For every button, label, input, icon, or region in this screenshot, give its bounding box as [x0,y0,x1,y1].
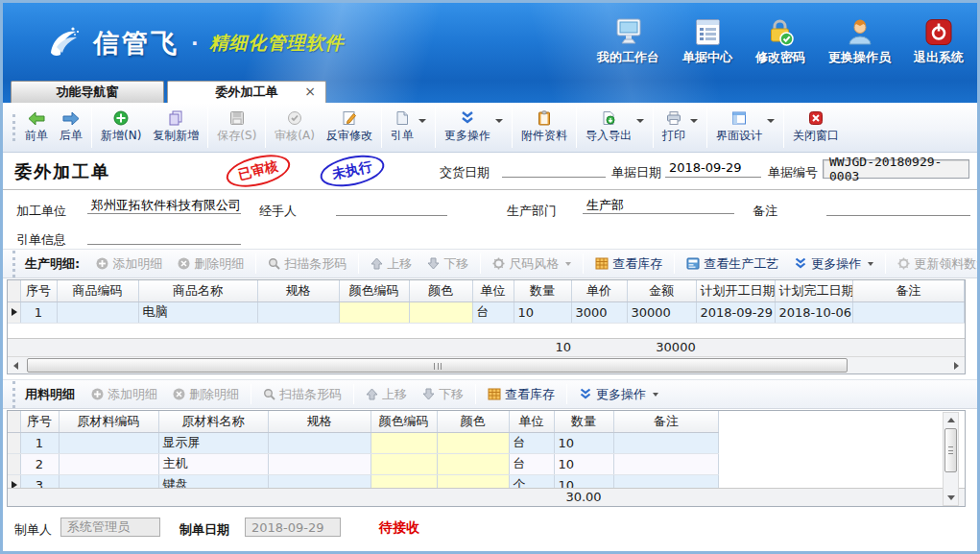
cell-seq[interactable]: 2 [20,453,59,474]
table-row[interactable]: 1 电脑 台 10 3000 30000 2018-09-29 2018-10-… [8,301,965,323]
handler-field[interactable] [336,199,447,216]
cell-product-name[interactable]: 电脑 [138,301,257,323]
nav-item-password[interactable]: 修改密码 [755,18,805,66]
mat-delete-row-button[interactable]: 删除明细 [166,383,246,406]
scrollbar-thumb[interactable] [27,358,848,373]
print-button[interactable]: 打印 [657,108,704,147]
scroll-right-arrow[interactable] [948,357,965,373]
prod-add-row-button[interactable]: 添加明细 [89,253,169,276]
close-window-button[interactable]: 关闭窗口 [787,108,845,147]
cell-material-name[interactable]: 显示屏 [158,432,268,453]
mat-move-up-button[interactable]: 上移 [359,383,414,406]
cell-color[interactable] [437,432,509,453]
copy-new-button[interactable]: 复制新增 [147,108,204,147]
cell-remark[interactable] [613,432,719,453]
table-row[interactable]: 1 显示屏 台 10 [8,432,719,453]
cell-unit[interactable]: 台 [509,432,554,453]
cell-qty[interactable]: 10 [554,453,613,474]
nav-item-doc-center[interactable]: 单据中心 [682,18,732,66]
dropdown-arrow-icon[interactable] [653,393,658,397]
prod-view-inventory-button[interactable]: 查看库存 [588,253,669,276]
dropdown-arrow-icon[interactable] [690,119,698,123]
next-doc-button[interactable]: 后单 [54,108,88,147]
cell-material-name[interactable]: 主机 [158,453,268,474]
prev-doc-button[interactable]: 前单 [19,108,54,147]
remark-field[interactable] [826,199,970,216]
ref-info-field[interactable] [87,228,241,245]
mat-more-actions-button[interactable]: 更多操作 [572,383,665,406]
cell-spec[interactable] [268,432,370,453]
cell-remark[interactable] [852,301,965,323]
cell-plan-end[interactable]: 2018-10-06 [775,301,852,323]
prod-view-process-button[interactable]: 查看生产工艺 [680,253,785,276]
prod-move-up-button[interactable]: 上移 [364,253,418,276]
cell-price[interactable]: 3000 [571,301,627,323]
cell-material-name[interactable]: 键盘 [158,474,268,489]
dept-field[interactable]: 生产部 [583,197,734,214]
cell-color-code[interactable] [339,301,409,323]
cell-spec[interactable] [268,453,370,474]
cell-unit[interactable]: 个 [509,474,554,489]
add-new-button[interactable]: 新增(N) [95,108,147,147]
tab-function-nav[interactable]: 功能导航窗 [11,81,164,103]
prod-update-material-qty-button[interactable]: 更新领料数量 [891,253,980,276]
nav-item-workbench[interactable]: 我的工作台 [597,18,659,66]
table-row[interactable]: 3 键盘 个 10 [8,474,719,489]
save-button[interactable]: 保存(S) [211,108,262,147]
doc-date-field[interactable]: 2018-09-29 [665,160,761,178]
cell-spec[interactable] [268,474,370,489]
cell-qty[interactable]: 10 [554,474,613,489]
cell-amount[interactable]: 30000 [627,301,696,323]
dropdown-arrow-icon[interactable] [495,119,503,123]
import-export-button[interactable]: 导入导出 [580,108,650,147]
cell-seq[interactable]: 1 [20,432,59,453]
ref-doc-button[interactable]: 引单 [385,108,432,147]
cell-unit[interactable]: 台 [509,453,554,474]
cell-unit[interactable]: 台 [472,301,514,323]
cell-material-code[interactable] [59,432,158,453]
cell-remark[interactable] [613,474,719,489]
mat-view-inventory-button[interactable]: 查看库存 [481,383,562,406]
ui-design-button[interactable]: 界面设计 [710,108,780,147]
cell-remark[interactable] [613,453,719,474]
cell-qty[interactable]: 10 [514,301,571,323]
table-row[interactable]: 2 主机 台 10 [8,453,719,474]
dropdown-arrow-icon[interactable] [636,119,644,123]
cell-product-code[interactable] [57,301,138,323]
cell-color-code[interactable] [370,432,437,453]
scroll-up-arrow[interactable] [944,413,958,427]
prod-scan-barcode-button[interactable]: 扫描条形码 [261,253,353,276]
mat-add-row-button[interactable]: 添加明细 [84,383,164,406]
dropdown-arrow-icon[interactable] [418,119,426,123]
cell-seq[interactable]: 3 [20,474,59,489]
cell-color[interactable] [437,453,509,474]
dropdown-arrow-icon[interactable] [767,119,775,123]
cell-color-code[interactable] [370,474,437,489]
dropdown-arrow-icon[interactable] [868,262,873,266]
horizontal-scrollbar[interactable] [8,356,965,373]
prod-delete-row-button[interactable]: 删除明细 [171,253,251,276]
prod-more-actions-button[interactable]: 更多操作 [787,253,880,276]
mat-move-down-button[interactable]: 下移 [416,383,470,406]
cell-color[interactable] [437,474,509,489]
cell-qty[interactable]: 10 [554,432,613,453]
cell-material-code[interactable] [59,453,158,474]
scrollbar-thumb[interactable] [944,428,957,472]
attachment-button[interactable]: 附件资料 [515,108,573,147]
scroll-down-arrow[interactable] [944,491,958,505]
audit-button[interactable]: 审核(A) [269,108,321,147]
tab-close-icon[interactable]: × [304,84,316,99]
dropdown-arrow-icon[interactable] [565,262,571,266]
cell-material-code[interactable] [59,474,158,489]
unaudit-modify-button[interactable]: 反审修改 [321,108,378,147]
nav-item-operator[interactable]: 更换操作员 [828,18,891,66]
delivery-date-field[interactable] [502,160,606,178]
vertical-scrollbar[interactable] [943,412,959,506]
nav-item-exit[interactable]: 退出系统 [914,18,964,66]
mat-scan-barcode-button[interactable]: 扫描条形码 [256,383,348,406]
prod-size-style-button[interactable]: 尺码风格 [486,253,578,276]
cell-plan-start[interactable]: 2018-09-29 [696,301,775,323]
scroll-left-arrow[interactable] [8,357,24,373]
cell-color[interactable] [409,301,472,323]
prod-move-down-button[interactable]: 下移 [420,253,475,276]
